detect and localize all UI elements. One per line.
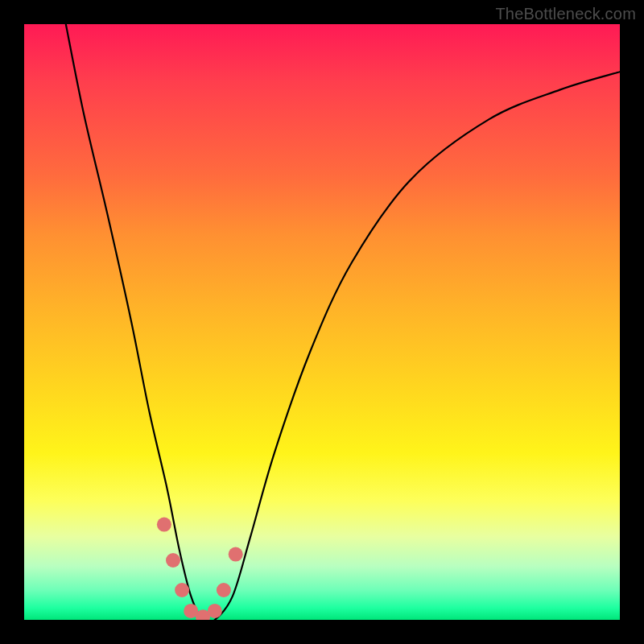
bottleneck-chart-svg xyxy=(24,24,620,620)
watermark-text: TheBottleneck.com xyxy=(495,5,636,23)
marker-dot xyxy=(217,583,231,597)
marker-dot xyxy=(208,604,222,618)
chart-area xyxy=(24,24,620,620)
marker-dot xyxy=(229,547,243,562)
marker-dot xyxy=(166,553,180,568)
marker-dot xyxy=(157,518,171,532)
bottleneck-markers xyxy=(157,518,243,620)
marker-dot xyxy=(175,583,189,597)
bottleneck-curve-path xyxy=(66,24,620,620)
